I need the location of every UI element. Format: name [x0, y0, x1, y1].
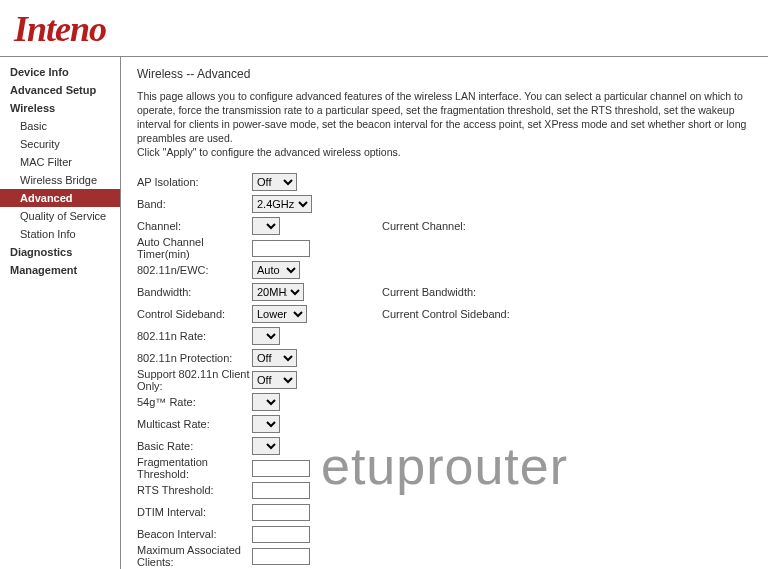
label-auto_ch_timer: Auto Channel Timer(min) — [137, 236, 252, 260]
nav-wireless-bridge[interactable]: Wireless Bridge — [0, 171, 120, 189]
nav-station-info[interactable]: Station Info — [0, 225, 120, 243]
row-g_rate: 54g™ Rate: — [137, 391, 752, 413]
row-rts_threshold: RTS Threshold: — [137, 479, 752, 501]
row-basic_rate: Basic Rate: — [137, 435, 752, 457]
page-description: This page allows you to configure advanc… — [137, 89, 752, 159]
nav-advanced-setup[interactable]: Advanced Setup — [0, 81, 120, 99]
label-beacon_interval: Beacon Interval: — [137, 528, 252, 540]
label-n_ewc: 802.11n/EWC: — [137, 264, 252, 276]
nav-security[interactable]: Security — [0, 135, 120, 153]
page-title: Wireless -- Advanced — [137, 67, 752, 81]
content: etuprouter Wireless -- Advanced This pag… — [121, 57, 768, 569]
row-ap_isolation: AP Isolation:Off — [137, 171, 752, 193]
input-frag_threshold[interactable] — [252, 460, 310, 477]
input-max_clients[interactable] — [252, 548, 310, 565]
label-n_client_only: Support 802.11n Client Only: — [137, 368, 252, 392]
select-multicast_rate[interactable] — [252, 415, 280, 433]
label-max_clients: Maximum Associated Clients: — [137, 544, 252, 568]
row-band: Band:2.4GHz — [137, 193, 752, 215]
nav-wireless[interactable]: Wireless — [0, 99, 120, 117]
label-multicast_rate: Multicast Rate: — [137, 418, 252, 430]
row-auto_ch_timer: Auto Channel Timer(min) — [137, 237, 752, 259]
row-n_client_only: Support 802.11n Client Only:Off — [137, 369, 752, 391]
label-basic_rate: Basic Rate: — [137, 440, 252, 452]
row-n_ewc: 802.11n/EWC:Auto — [137, 259, 752, 281]
label-frag_threshold: Fragmentation Threshold: — [137, 456, 252, 480]
row-ctrl_sideband: Control Sideband:LowerCurrent Control Si… — [137, 303, 752, 325]
row-multicast_rate: Multicast Rate: — [137, 413, 752, 435]
select-n_rate[interactable] — [252, 327, 280, 345]
row-dtim_interval: DTIM Interval: — [137, 501, 752, 523]
row-beacon_interval: Beacon Interval: — [137, 523, 752, 545]
input-beacon_interval[interactable] — [252, 526, 310, 543]
row-n_rate: 802.11n Rate: — [137, 325, 752, 347]
label-dtim_interval: DTIM Interval: — [137, 506, 252, 518]
label-n_rate: 802.11n Rate: — [137, 330, 252, 342]
nav-diagnostics[interactable]: Diagnostics — [0, 243, 120, 261]
select-ap_isolation[interactable]: Off — [252, 173, 297, 191]
nav-quality-of-service[interactable]: Quality of Service — [0, 207, 120, 225]
nav-advanced[interactable]: Advanced — [0, 189, 120, 207]
input-auto_ch_timer[interactable] — [252, 240, 310, 257]
label-band: Band: — [137, 198, 252, 210]
label-ap_isolation: AP Isolation: — [137, 176, 252, 188]
select-basic_rate[interactable] — [252, 437, 280, 455]
label-cur_channel: Current Channel: — [382, 220, 582, 232]
sidebar: Device InfoAdvanced SetupWirelessBasicSe… — [0, 57, 121, 569]
row-frag_threshold: Fragmentation Threshold: — [137, 457, 752, 479]
label-g_rate: 54g™ Rate: — [137, 396, 252, 408]
select-ctrl_sideband[interactable]: Lower — [252, 305, 307, 323]
label-rts_threshold: RTS Threshold: — [137, 484, 252, 496]
label-cur_bandwidth: Current Bandwidth: — [382, 286, 582, 298]
nav-mac-filter[interactable]: MAC Filter — [0, 153, 120, 171]
label-channel: Channel: — [137, 220, 252, 232]
label-n_protection: 802.11n Protection: — [137, 352, 252, 364]
nav-management[interactable]: Management — [0, 261, 120, 279]
row-n_protection: 802.11n Protection:Off — [137, 347, 752, 369]
select-n_client_only[interactable]: Off — [252, 371, 297, 389]
nav-device-info[interactable]: Device Info — [0, 63, 120, 81]
input-dtim_interval[interactable] — [252, 504, 310, 521]
logo: Inteno — [0, 0, 768, 57]
label-bandwidth: Bandwidth: — [137, 286, 252, 298]
select-bandwidth[interactable]: 20MHz — [252, 283, 304, 301]
select-band[interactable]: 2.4GHz — [252, 195, 312, 213]
row-max_clients: Maximum Associated Clients: — [137, 545, 752, 567]
nav-basic[interactable]: Basic — [0, 117, 120, 135]
select-n_protection[interactable]: Off — [252, 349, 297, 367]
select-g_rate[interactable] — [252, 393, 280, 411]
label-ctrl_sideband: Control Sideband: — [137, 308, 252, 320]
row-bandwidth: Bandwidth:20MHzCurrent Bandwidth: — [137, 281, 752, 303]
input-rts_threshold[interactable] — [252, 482, 310, 499]
select-n_ewc[interactable]: Auto — [252, 261, 300, 279]
label-cur_ctrl_sideband: Current Control Sideband: — [382, 308, 582, 320]
select-channel[interactable] — [252, 217, 280, 235]
row-channel: Channel:Current Channel: — [137, 215, 752, 237]
